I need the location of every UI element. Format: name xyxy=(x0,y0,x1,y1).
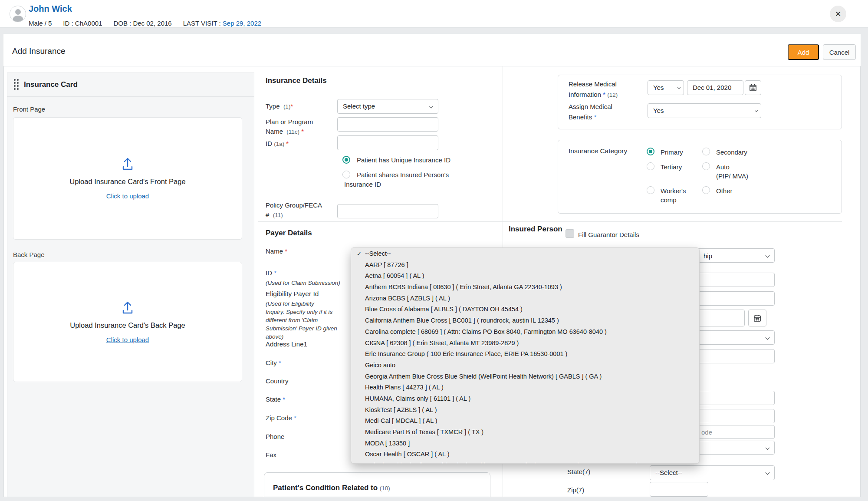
patient-name-link[interactable]: John Wick xyxy=(29,4,72,14)
patient-condition-title: Patient's Condition Related to (10) xyxy=(273,484,390,492)
radio-icon[interactable] xyxy=(702,186,710,194)
insurance-category-option[interactable]: Auto (PIP/ MVA) xyxy=(702,162,840,181)
payer-dropdown-item[interactable]: AARP [ 87726 ] xyxy=(351,260,699,271)
fill-guarantor-label: Fill Guarantor Details xyxy=(578,230,639,240)
payer-dropdown-item[interactable]: Medi-Cal [ MDCAL ] ( AL ) xyxy=(351,415,699,427)
radio-icon[interactable] xyxy=(647,186,654,194)
payer-name-label: Name * xyxy=(266,247,287,256)
radio-icon[interactable] xyxy=(702,162,710,170)
insured-person-title: Insured Person xyxy=(509,225,562,234)
close-button[interactable]: ✕ xyxy=(830,6,846,22)
radio-icon[interactable] xyxy=(702,148,710,155)
payer-dropdown-items: AARP [ 87726 ]Aetna [ 60054 ] ( AL )Anth… xyxy=(351,260,699,464)
payer-dropdown-item[interactable]: Anthem BCBS Indiana [ 00630 ] ( Erin Str… xyxy=(351,282,699,293)
payer-dropdown-item[interactable]: KioskTest [ AZBLS ] ( AL ) xyxy=(351,405,699,416)
policy-group-input[interactable] xyxy=(337,204,438,218)
front-upload-text: Upload Insurance Card's Front Page xyxy=(69,178,185,186)
insurance-category-option[interactable]: Other xyxy=(702,186,840,204)
front-page-upload-dropzone[interactable]: Upload Insurance Card's Front Page Click… xyxy=(13,117,242,240)
insured-dob-calendar-button[interactable] xyxy=(748,310,766,326)
insurance-category-option-label: Worker's comp xyxy=(661,186,686,204)
type-select[interactable]: Select type xyxy=(337,99,438,114)
plan-name-label: Plan or Program Name (11c) * xyxy=(266,117,313,137)
back-click-to-upload-link[interactable]: Click to upload xyxy=(106,336,149,343)
calendar-icon xyxy=(753,314,762,323)
payer-dropdown-item[interactable]: Geico auto xyxy=(351,360,699,371)
payer-dropdown-selected-item[interactable]: ✓ --Select-- xyxy=(351,248,699,260)
payer-fax-label: Fax xyxy=(266,450,276,460)
payer-address-label: Address Line1 xyxy=(266,339,307,349)
patient-avatar xyxy=(10,6,26,22)
payer-dropdown-item[interactable]: Oscar Health [ OSCAR ] ( AL ) xyxy=(351,449,699,460)
insurance-category-option[interactable]: Tertiary xyxy=(647,162,702,181)
upload-icon xyxy=(120,157,135,171)
plan-name-input[interactable] xyxy=(337,117,438,132)
payer-state-label: State * xyxy=(266,395,285,404)
insurance-category-label: Insurance Category xyxy=(569,146,627,156)
chevron-down-icon xyxy=(677,86,681,89)
last-visit-date-link[interactable]: Sep 29, 2022 xyxy=(223,20,261,27)
insurance-card-title: Insurance Card xyxy=(24,80,78,89)
close-icon: ✕ xyxy=(835,10,841,19)
payer-dropdown-item[interactable]: California Anthem Blue Cross [ BC001 ] (… xyxy=(351,315,699,326)
release-medical-select[interactable]: Yes xyxy=(648,80,684,95)
chevron-down-icon xyxy=(766,254,770,258)
insurance-id-input[interactable] xyxy=(337,135,438,150)
insurance-category-option-label: Auto (PIP/ MVA) xyxy=(716,162,748,181)
checkmark-icon: ✓ xyxy=(357,248,362,260)
section-divider xyxy=(258,221,842,222)
type-label: Type (1)* xyxy=(266,102,293,112)
calendar-icon xyxy=(749,83,757,92)
back-upload-text: Upload Insurance Card's Back Page xyxy=(70,321,185,330)
payer-dropdown-item[interactable]: Carolina complete [ 68069 ] ( Attn: Clai… xyxy=(351,326,699,338)
payer-dropdown-item[interactable]: MODA [ 13350 ] xyxy=(351,438,699,449)
payer-dropdown-item[interactable]: Medicare Part B of Texas [ TXMCR ] ( TX … xyxy=(351,427,699,438)
payer-details-title: Payer Details xyxy=(266,229,312,237)
add-button[interactable]: Add xyxy=(788,44,819,60)
insured-state7-label: State(7) xyxy=(567,467,590,477)
insured-state7-select[interactable]: --Select-- xyxy=(650,465,775,480)
patient-info-row: Male / 5 ID : ChA0001 DOB : Dec 02, 2016… xyxy=(29,20,261,27)
insurance-category-option[interactable]: Primary xyxy=(647,148,702,157)
payer-zip-label: Zip Code * xyxy=(266,413,296,423)
payer-dropdown-item[interactable]: Erie Insurance Group ( 100 Erie Insuranc… xyxy=(351,349,699,360)
payer-country-label: Country xyxy=(266,376,289,386)
payer-id-label: ID * xyxy=(266,268,276,278)
shares-insurance-id-radio-label: Patient shares Insured Person's Insuranc… xyxy=(344,170,461,189)
patient-dob: DOB : Dec 02, 2016 xyxy=(113,20,171,27)
payer-dropdown-item[interactable]: Aetna [ 60054 ] ( AL ) xyxy=(351,270,699,282)
patient-condition-panel: Patient's Condition Related to (10) xyxy=(264,472,490,497)
cancel-button[interactable]: Cancel xyxy=(823,44,856,60)
radio-icon[interactable] xyxy=(647,162,654,170)
insurance-details-title: Insurance Details xyxy=(266,76,327,85)
payer-dropdown-item[interactable]: Blue Cross of Alabama [ ALBLS ] ( DAYTON… xyxy=(351,304,699,315)
payer-dropdown-item[interactable]: Oxford Health Plan [ 06111 ] ( United He… xyxy=(351,460,699,464)
payer-dropdown-item[interactable]: CIGNA [ 62308 ] ( Erin Street, Atlanta M… xyxy=(351,338,699,349)
insurance-category-option[interactable]: Secondary xyxy=(702,148,840,157)
eligibility-payer-id-label: Eligibility Payer Id xyxy=(266,289,319,299)
front-click-to-upload-link[interactable]: Click to upload xyxy=(106,192,149,200)
back-page-upload-dropzone[interactable]: Upload Insurance Card's Back Page Click … xyxy=(13,262,242,382)
insurance-category-option-label: Primary xyxy=(661,148,683,157)
assign-benefits-label: Assign Medical Benefits * xyxy=(569,102,612,122)
payer-dropdown-item[interactable]: HUMANA, Claims only [ 61101 ] ( AL ) xyxy=(351,393,699,405)
patient-demographics: Male / 5 xyxy=(29,20,52,27)
insurance-id-label: ID (1a) * xyxy=(266,139,289,149)
radio-icon[interactable] xyxy=(647,148,654,155)
chevron-down-icon xyxy=(755,109,758,112)
payer-dropdown-item[interactable]: Arizona BCBS [ AZBLS ] ( AL ) xyxy=(351,293,699,304)
unique-insurance-id-radio[interactable] xyxy=(342,156,350,164)
payer-dropdown-item[interactable]: Health Plans [ 44273 ] ( AL ) xyxy=(351,382,699,393)
assign-benefits-select[interactable]: Yes xyxy=(648,103,761,118)
add-insurance-screen: John Wick Male / 5 ID : ChA0001 DOB : De… xyxy=(0,0,868,501)
insurance-category-option[interactable]: Worker's comp xyxy=(647,186,702,204)
patient-header: John Wick Male / 5 ID : ChA0001 DOB : De… xyxy=(0,0,868,28)
release-date-calendar-button[interactable] xyxy=(745,80,761,95)
drag-handle-icon[interactable] xyxy=(14,79,19,90)
release-date-input[interactable]: Dec 01, 2020 xyxy=(687,80,743,95)
fill-guarantor-checkbox[interactable] xyxy=(566,229,574,238)
payer-dropdown-item[interactable]: Georgia Anthem Blue Cross Blue Shield (W… xyxy=(351,371,699,382)
insurance-category-option-label: Secondary xyxy=(716,148,747,157)
insured-zip7-input[interactable] xyxy=(650,482,708,497)
person-icon xyxy=(15,9,21,15)
